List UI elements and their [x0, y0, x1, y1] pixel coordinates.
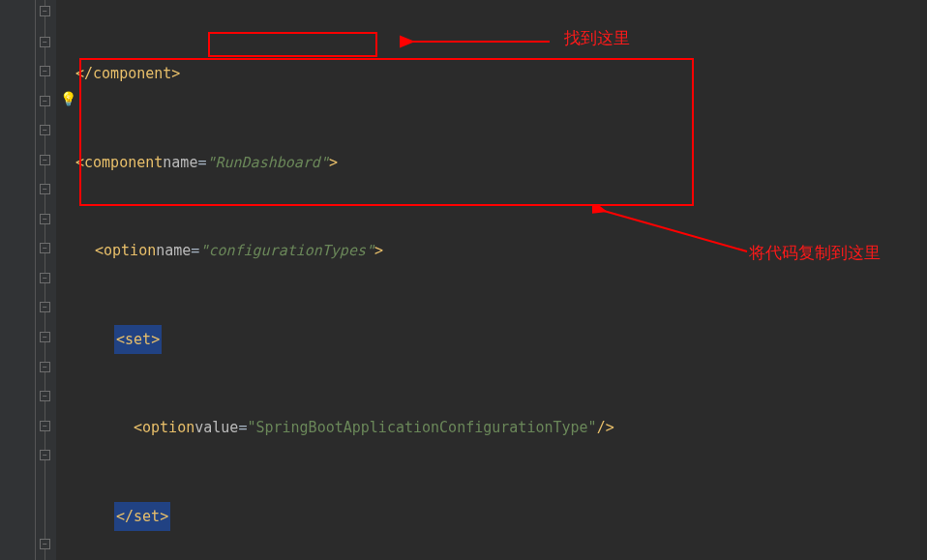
fold-marker[interactable]: −	[40, 273, 50, 283]
fold-marker[interactable]: −	[40, 214, 50, 224]
fold-marker[interactable]: −	[40, 421, 50, 431]
code-line: <set>	[75, 325, 927, 355]
fold-marker[interactable]: −	[40, 391, 50, 401]
fold-marker[interactable]: −	[40, 125, 50, 135]
fold-marker[interactable]: −	[40, 243, 50, 253]
editor-pane: − − − − − − − − − − − − − − − − − 💡 </co…	[0, 0, 927, 560]
code-line: </component>	[75, 59, 927, 89]
fold-marker[interactable]: −	[40, 539, 50, 549]
fold-marker[interactable]: −	[40, 66, 50, 76]
fold-marker[interactable]: −	[40, 362, 50, 372]
code-line: </set>	[75, 502, 927, 532]
code-line: <option value="SpringBootApplicationConf…	[75, 413, 927, 443]
code-area[interactable]: </component> <component name="RunDashboa…	[56, 0, 927, 560]
code-line: <option name="configurationTypes">	[75, 236, 927, 266]
fold-marker[interactable]: −	[40, 6, 50, 16]
fold-marker[interactable]: −	[40, 184, 50, 194]
fold-marker[interactable]: −	[40, 450, 50, 460]
fold-marker[interactable]: −	[40, 155, 50, 165]
gutter: − − − − − − − − − − − − − − − − − 💡	[0, 0, 56, 560]
fold-marker[interactable]: −	[40, 37, 50, 47]
fold-marker[interactable]: −	[40, 302, 50, 312]
code-line: <component name="RunDashboard">	[75, 148, 927, 178]
fold-marker[interactable]: −	[40, 332, 50, 342]
fold-marker[interactable]: −	[40, 96, 50, 106]
